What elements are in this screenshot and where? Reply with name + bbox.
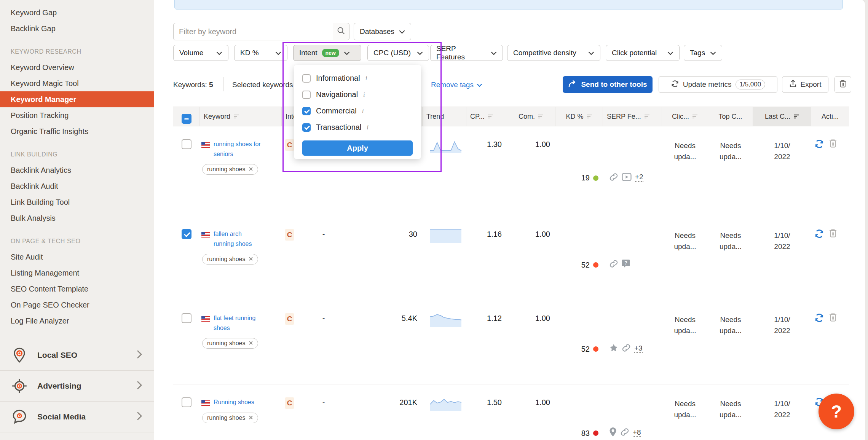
search-input[interactable] bbox=[173, 23, 333, 40]
tag-remove-icon[interactable] bbox=[249, 340, 253, 347]
sidebar-item-position-tracking[interactable]: Position Tracking bbox=[0, 107, 154, 123]
sidebar-item-log-file-analyzer[interactable]: Log File Analyzer bbox=[0, 313, 154, 329]
col-com[interactable]: Com. bbox=[507, 107, 555, 126]
click-potential-filter[interactable]: Click potential bbox=[606, 45, 680, 61]
sidebar-item-local-seo[interactable]: Local SEO bbox=[0, 340, 154, 371]
refresh-icon[interactable] bbox=[814, 229, 824, 300]
checkbox[interactable] bbox=[302, 107, 311, 115]
intent-option-commercial[interactable]: Commercial i bbox=[302, 103, 413, 119]
sidebar-item-onpage-seo-checker[interactable]: On Page SEO Checker bbox=[0, 297, 154, 313]
remove-tags-link[interactable]: Remove tags bbox=[431, 81, 482, 89]
svg-text:?: ? bbox=[624, 260, 627, 266]
refresh-icon[interactable] bbox=[814, 139, 824, 216]
send-to-other-tools-button[interactable]: Send to other tools bbox=[563, 76, 653, 93]
volume-filter-label: Volume bbox=[179, 49, 203, 57]
sidebar-item-label: Keyword Gap bbox=[11, 8, 57, 17]
sidebar-section-onpage-tech-seo: ON PAGE & TECH SEO bbox=[0, 234, 154, 249]
cell-com: 1.00 bbox=[507, 126, 555, 216]
cpc-filter[interactable]: CPC (USD) bbox=[367, 45, 429, 61]
search-button[interactable] bbox=[333, 23, 349, 40]
kd-dot bbox=[593, 175, 598, 181]
sidebar-item-listing-management[interactable]: Listing Management bbox=[0, 265, 154, 281]
competitive-density-filter-label: Competitive density bbox=[513, 49, 576, 57]
intent-option-informational[interactable]: Informational i bbox=[302, 70, 413, 86]
sidebar-item-bulk-analysis[interactable]: Bulk Analysis bbox=[0, 210, 154, 226]
tags-filter[interactable]: Tags bbox=[684, 45, 722, 61]
col-kd[interactable]: KD % bbox=[555, 107, 603, 126]
select-all-checkbox[interactable] bbox=[182, 114, 191, 124]
competitive-density-filter[interactable]: Competitive density bbox=[507, 45, 600, 61]
kd-filter[interactable]: KD % bbox=[234, 45, 287, 61]
quota-badge: 1/5,000 bbox=[736, 80, 766, 89]
intent-option-transactional[interactable]: Transactional i bbox=[302, 119, 413, 136]
keyword-tag[interactable]: running shoes bbox=[202, 338, 258, 349]
row-checkbox[interactable] bbox=[182, 229, 191, 239]
col-click-potential[interactable]: Clic... bbox=[662, 107, 708, 126]
apply-button[interactable]: Apply bbox=[302, 140, 413, 156]
col-keyword[interactable]: Keyword bbox=[200, 107, 282, 126]
update-metrics-button[interactable]: Update metrics 1/5,000 bbox=[659, 76, 777, 93]
sidebar-item-keyword-overview[interactable]: Keyword Overview bbox=[0, 59, 154, 75]
checkbox[interactable] bbox=[302, 74, 311, 83]
tag-remove-icon[interactable] bbox=[249, 414, 253, 421]
serp-more-link[interactable]: +2 bbox=[635, 173, 643, 182]
intent-filter[interactable]: Intent new bbox=[293, 45, 361, 61]
checkbox[interactable] bbox=[302, 123, 311, 132]
serp-more-link[interactable]: +3 bbox=[634, 344, 643, 353]
row-checkbox[interactable] bbox=[182, 313, 191, 323]
sidebar-item-keyword-manager[interactable]: Keyword Manager bbox=[0, 91, 154, 107]
sidebar-item-backlink-gap[interactable]: Backlink Gap bbox=[0, 21, 154, 37]
intent-filter-label: Intent bbox=[299, 49, 318, 57]
star-icon bbox=[609, 343, 618, 354]
cell-volume: 30 bbox=[337, 216, 423, 300]
sidebar-item-backlink-analytics[interactable]: Backlink Analytics bbox=[0, 162, 154, 178]
tag-remove-icon[interactable] bbox=[249, 256, 253, 263]
location-pin-icon bbox=[609, 427, 617, 438]
col-top-competitors[interactable]: Top C... bbox=[708, 107, 753, 126]
databases-dropdown[interactable]: Databases bbox=[354, 23, 411, 40]
col-trend-label: Trend bbox=[426, 113, 444, 121]
serp-features-filter[interactable]: SERP Features bbox=[430, 45, 503, 61]
keyword-link[interactable]: flat feet running shoes bbox=[214, 313, 261, 333]
row-checkbox[interactable] bbox=[182, 139, 191, 149]
sidebar-item-advertising[interactable]: Advertising bbox=[0, 371, 154, 402]
col-serp-features[interactable]: SERP Fe... bbox=[603, 107, 662, 126]
keyword-tag[interactable]: running shoes bbox=[202, 413, 258, 423]
sidebar-item-keyword-gap[interactable]: Keyword Gap bbox=[0, 5, 154, 21]
checkbox[interactable] bbox=[302, 91, 311, 99]
col-cpc[interactable]: CP... bbox=[466, 107, 507, 126]
keyword-link[interactable]: running shoes for seniors bbox=[214, 139, 261, 159]
trash-icon[interactable] bbox=[829, 139, 837, 216]
delete-selected-button[interactable] bbox=[834, 76, 851, 93]
trash-icon[interactable] bbox=[829, 229, 837, 300]
volume-filter[interactable]: Volume bbox=[173, 45, 228, 61]
update-metrics-label: Update metrics bbox=[683, 80, 732, 89]
row-checkbox[interactable] bbox=[182, 397, 191, 407]
sidebar-item-seo-content-template[interactable]: SEO Content Template bbox=[0, 281, 154, 297]
us-flag-icon bbox=[201, 232, 210, 249]
chevron-down-icon bbox=[667, 49, 673, 57]
keyword-link[interactable]: Running shoes bbox=[214, 397, 261, 407]
help-button[interactable]: ? bbox=[819, 394, 854, 429]
sidebar-item-site-audit[interactable]: Site Audit bbox=[0, 249, 154, 265]
keyword-tag[interactable]: running shoes bbox=[202, 164, 258, 175]
serp-more-link[interactable]: +8 bbox=[633, 429, 641, 437]
cell-click-potential: Needs upda... bbox=[662, 384, 708, 440]
keyword-tag[interactable]: running shoes bbox=[202, 254, 258, 265]
cell-click-potential: Needs upda... bbox=[662, 216, 708, 300]
refresh-icon[interactable] bbox=[814, 313, 824, 384]
sidebar-item-backlink-audit[interactable]: Backlink Audit bbox=[0, 178, 154, 194]
sidebar-item-label: Site Audit bbox=[11, 253, 43, 261]
intent-option-navigational[interactable]: Navigational i bbox=[302, 86, 413, 103]
export-button[interactable]: Export bbox=[782, 76, 828, 93]
tag-remove-icon[interactable] bbox=[249, 166, 253, 173]
trash-icon bbox=[839, 80, 847, 90]
trash-icon[interactable] bbox=[829, 313, 837, 384]
sidebar-item-keyword-magic-tool[interactable]: Keyword Magic Tool bbox=[0, 75, 154, 91]
sidebar-item-organic-traffic-insights[interactable]: Organic Traffic Insights bbox=[0, 123, 154, 139]
sidebar-item-social-media[interactable]: Social Media bbox=[0, 402, 154, 432]
remove-tags-label: Remove tags bbox=[431, 81, 474, 89]
keyword-link[interactable]: fallen arch running shoes bbox=[214, 229, 261, 249]
col-last-update[interactable]: Last C... bbox=[753, 107, 811, 126]
sidebar-item-link-building-tool[interactable]: Link Building Tool bbox=[0, 194, 154, 210]
